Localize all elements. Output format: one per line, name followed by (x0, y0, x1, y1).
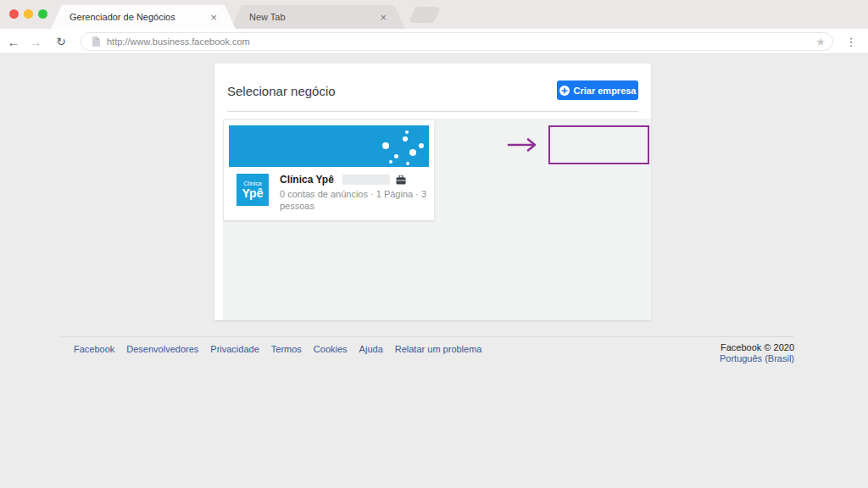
address-bar[interactable]: http://www.business.facebook.com ★ (81, 32, 833, 51)
cover-dot (403, 136, 408, 141)
tab-close-icon[interactable]: × (210, 12, 217, 23)
business-text: Clínica Ypê 0 contas de anúncios · 1 Pág… (280, 174, 432, 212)
create-business-button[interactable]: Criar empresa (557, 80, 638, 100)
tab-title: Gerenciador de Negócios (70, 12, 175, 22)
footer-right: Facebook © 2020 Português (Brasil) (720, 342, 794, 364)
header-divider (227, 111, 638, 112)
business-info: Clínica Ypê Clínica Ypê 0 contas de an (229, 167, 429, 215)
copyright-text: Facebook © 2020 (720, 342, 794, 353)
annotation-highlight-box (548, 125, 649, 164)
cover-dot (409, 149, 416, 156)
business-card-clinica-ype[interactable]: Clínica Ypê Clínica Ypê 0 contas de an (224, 120, 434, 220)
redacted-text-block (342, 175, 390, 185)
page-viewport: Selecionar negócio Criar empresa (0, 54, 868, 488)
cover-dot (382, 142, 389, 149)
window-close-icon[interactable] (9, 9, 19, 19)
briefcase-icon (396, 175, 406, 185)
footer-link-desenvolvedores[interactable]: Desenvolvedores (126, 344, 198, 354)
logo-text-small: Clínica (243, 180, 261, 186)
forward-icon[interactable]: → (27, 29, 44, 54)
browser-tab-bar: Gerenciador de Negócios × New Tab × (0, 0, 868, 29)
footer-link-cookies[interactable]: Cookies (314, 344, 348, 354)
create-business-label: Criar empresa (574, 86, 637, 96)
cover-dot (405, 130, 409, 134)
url-text: http://www.business.facebook.com (107, 36, 250, 47)
business-cover-image (229, 125, 429, 167)
browser-menu-icon[interactable]: ⋮ (845, 29, 857, 54)
logo-text-big: Ypê (242, 187, 264, 199)
window-zoom-icon[interactable] (38, 9, 47, 19)
panel-header: Selecionar negócio Criar empresa (214, 64, 651, 119)
business-logo: Clínica Ypê (236, 174, 269, 206)
footer-link-ajuda[interactable]: Ajuda (359, 344, 383, 354)
tab-title: New Tab (249, 12, 286, 22)
tab-close-icon[interactable]: × (380, 12, 387, 23)
cover-dot (394, 154, 398, 158)
footer-link-privacidade[interactable]: Privacidade (210, 344, 259, 354)
bookmark-star-icon[interactable]: ★ (815, 36, 826, 48)
new-tab-button[interactable] (409, 7, 441, 23)
cover-dot (389, 160, 392, 164)
tab-new-tab[interactable]: New Tab × (231, 5, 405, 29)
page-title: Selecionar negócio (227, 84, 336, 98)
plus-circle-icon (559, 86, 570, 96)
cover-dot (419, 143, 424, 148)
reload-icon[interactable]: ↻ (53, 29, 70, 54)
footer-links: Facebook Desenvolvedores Privacidade Ter… (74, 344, 481, 354)
footer-link-termos[interactable]: Termos (271, 344, 302, 354)
business-details: 0 contas de anúncios · 1 Página · 3 pess… (280, 188, 432, 212)
business-name: Clínica Ypê (280, 174, 334, 186)
footer-link-facebook[interactable]: Facebook (74, 344, 114, 354)
footer-divider (61, 336, 794, 337)
window-minimize-icon[interactable] (24, 9, 33, 19)
tab-gerenciador-de-negocios[interactable]: Gerenciador de Negócios × (51, 5, 236, 29)
cover-dot (406, 162, 409, 165)
annotation-arrow-icon (506, 136, 542, 153)
footer-link-relatar-um-problema[interactable]: Relatar um problema (395, 344, 482, 354)
page-icon (92, 36, 100, 47)
browser-toolbar: ← → ↻ http://www.business.facebook.com ★… (0, 29, 868, 54)
back-icon[interactable]: ← (5, 29, 22, 54)
language-link[interactable]: Português (Brasil) (720, 353, 794, 364)
